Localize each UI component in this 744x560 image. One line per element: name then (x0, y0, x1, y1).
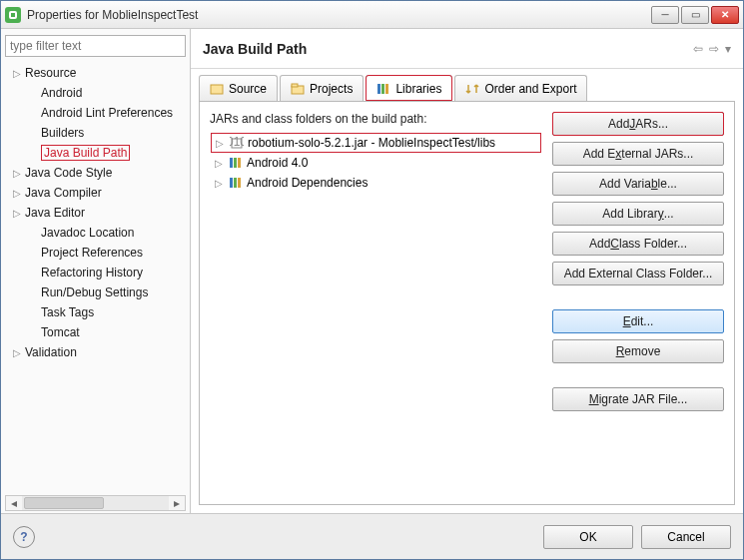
tree-item-android-lint-preferences[interactable]: Android Lint Preferences (5, 103, 186, 123)
tree-item-java-editor[interactable]: ▷Java Editor (5, 203, 186, 223)
libraries-panel: JARs and class folders on the build path… (199, 101, 735, 505)
svg-rect-2 (292, 84, 298, 87)
help-icon[interactable]: ? (13, 526, 35, 548)
svg-rect-3 (377, 84, 380, 94)
jar-list-label: JARs and class folders on the build path… (210, 112, 542, 126)
tree-item-label: Task Tags (41, 305, 94, 319)
tree-item-label: Android Lint Preferences (41, 106, 173, 120)
edit-button[interactable]: Edit... (552, 309, 724, 333)
tree-item-label: Builders (41, 126, 84, 140)
scroll-track[interactable] (22, 496, 169, 510)
tree-item-java-code-style[interactable]: ▷Java Code Style (5, 163, 186, 183)
window-title: Properties for MoblieInspectTest (27, 8, 651, 22)
expand-icon[interactable]: ▷ (215, 178, 225, 189)
tree-item-label: Android (41, 86, 82, 100)
scroll-left-icon[interactable]: ◂ (6, 496, 22, 510)
tree-item-label: Project References (41, 246, 143, 260)
expand-icon[interactable]: ▷ (11, 208, 23, 219)
scroll-right-icon[interactable]: ▸ (169, 496, 185, 510)
banner: Java Build Path ⇦ ⇨ ▾ (191, 29, 743, 69)
tree-item-project-references[interactable]: Project References (5, 243, 186, 263)
tree-item-label: Java Editor (25, 206, 85, 220)
tree-item-run-debug-settings[interactable]: Run/Debug Settings (5, 282, 186, 302)
tree-item-tomcat[interactable]: Tomcat (5, 322, 186, 342)
jar-item-label: robotium-solo-5.2.1.jar - MoblieInspectT… (248, 136, 495, 150)
jar-item-label: Android 4.0 (247, 156, 308, 170)
library-icon (229, 177, 243, 189)
tree-item-label: Tomcat (41, 325, 80, 339)
order-icon (465, 83, 479, 95)
expand-icon[interactable]: ▷ (11, 168, 23, 179)
add-library-button[interactable]: Add Library... (552, 202, 724, 226)
maximize-button[interactable]: ▭ (681, 6, 709, 24)
tree-item-label: Java Code Style (25, 166, 112, 180)
scroll-thumb[interactable] (24, 497, 104, 509)
add-variable-button[interactable]: Add Variable... (552, 172, 724, 196)
svg-rect-11 (230, 178, 233, 188)
svg-rect-9 (234, 158, 237, 168)
tree-item-resource[interactable]: ▷Resource (5, 63, 186, 83)
tab-label: Source (229, 82, 267, 96)
svg-rect-5 (385, 84, 388, 94)
add-external-class-folder-button[interactable]: Add External Class Folder... (552, 262, 724, 285)
remove-button[interactable]: Remove (552, 339, 724, 363)
svg-rect-4 (381, 84, 384, 94)
tree-item-validation[interactable]: ▷Validation (5, 342, 186, 362)
jar-icon: 010 (230, 137, 244, 149)
tab-source[interactable]: Source (199, 75, 278, 101)
expand-icon[interactable]: ▷ (215, 158, 225, 169)
menu-icon[interactable]: ▾ (725, 42, 731, 56)
jar-list-column: JARs and class folders on the build path… (210, 112, 542, 494)
page-title: Java Build Path (203, 41, 307, 57)
tree-item-label: Refactoring History (41, 266, 143, 280)
nav-tree[interactable]: ▷ResourceAndroidAndroid Lint Preferences… (5, 63, 186, 495)
tree-item-label: Java Compiler (25, 186, 102, 200)
forward-icon[interactable]: ⇨ (709, 42, 719, 56)
jar-list[interactable]: ▷010robotium-solo-5.2.1.jar - MoblieInsp… (210, 132, 542, 494)
back-icon[interactable]: ⇦ (693, 42, 703, 56)
cancel-button[interactable]: Cancel (641, 525, 731, 549)
filter-input[interactable] (5, 35, 186, 57)
tree-item-label: Resource (25, 66, 76, 80)
jar-item[interactable]: ▷Android Dependencies (211, 173, 541, 193)
tree-item-label: Java Build Path (41, 145, 130, 161)
tab-order-and-export[interactable]: Order and Export (454, 75, 587, 101)
tab-label: Order and Export (484, 82, 576, 96)
add-jars-button[interactable]: Add JARs... (552, 112, 724, 136)
main-panel: Java Build Path ⇦ ⇨ ▾ SourceProjectsLibr… (191, 29, 743, 513)
tab-row: SourceProjectsLibrariesOrder and Export (191, 69, 743, 101)
sidebar-h-scroll[interactable]: ◂ ▸ (5, 495, 186, 511)
tab-projects[interactable]: Projects (280, 75, 364, 101)
expand-icon[interactable]: ▷ (11, 347, 23, 358)
add-external-jars-button[interactable]: Add External JARs... (552, 142, 724, 166)
svg-rect-13 (238, 178, 241, 188)
minimize-button[interactable]: ─ (651, 6, 679, 24)
expand-icon[interactable]: ▷ (11, 68, 23, 79)
migrate-jar-button[interactable]: Migrate JAR File... (552, 387, 724, 411)
svg-text:010: 010 (230, 137, 244, 149)
tree-item-label: Validation (25, 345, 77, 359)
projects-icon (291, 83, 305, 95)
tree-item-javadoc-location[interactable]: Javadoc Location (5, 223, 186, 243)
tree-item-android[interactable]: Android (5, 83, 186, 103)
tree-item-java-build-path[interactable]: Java Build Path (5, 143, 186, 163)
window-controls: ─ ▭ ✕ (651, 6, 739, 24)
sidebar: ▷ResourceAndroidAndroid Lint Preferences… (1, 29, 191, 513)
titlebar: Properties for MoblieInspectTest ─ ▭ ✕ (1, 1, 743, 29)
tree-item-java-compiler[interactable]: ▷Java Compiler (5, 183, 186, 203)
tree-item-builders[interactable]: Builders (5, 123, 186, 143)
tree-item-refactoring-history[interactable]: Refactoring History (5, 263, 186, 282)
tab-libraries[interactable]: Libraries (366, 75, 452, 101)
banner-nav: ⇦ ⇨ ▾ (693, 42, 731, 56)
add-class-folder-button[interactable]: Add Class Folder... (552, 232, 724, 256)
tree-item-label: Run/Debug Settings (41, 285, 148, 299)
svg-rect-0 (211, 85, 223, 94)
jar-item[interactable]: ▷010robotium-solo-5.2.1.jar - MoblieInsp… (211, 133, 541, 153)
ok-button[interactable]: OK (543, 525, 633, 549)
expand-icon[interactable]: ▷ (11, 188, 23, 199)
jar-item[interactable]: ▷Android 4.0 (211, 153, 541, 173)
tree-item-task-tags[interactable]: Task Tags (5, 302, 186, 322)
expand-icon[interactable]: ▷ (216, 138, 226, 149)
dialog-body: ▷ResourceAndroidAndroid Lint Preferences… (1, 29, 743, 513)
close-button[interactable]: ✕ (711, 6, 739, 24)
